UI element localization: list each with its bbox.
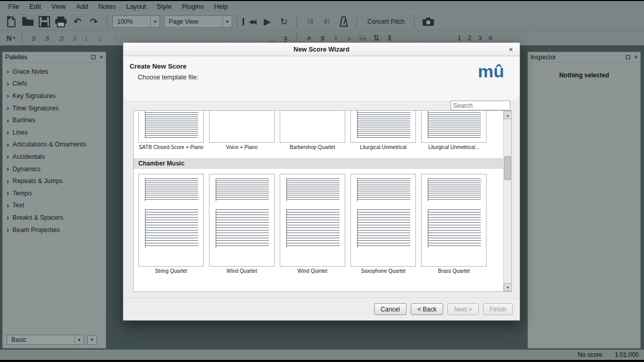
palette-item[interactable]: › Key Signatures xyxy=(3,90,106,102)
palette-item-label: Breaks & Spacers xyxy=(12,214,63,221)
palette-item[interactable]: › Time Signatures xyxy=(3,102,106,114)
palette-item[interactable]: › Articulations & Ornaments xyxy=(3,139,106,151)
palette-item[interactable]: › Accidentals xyxy=(3,151,106,163)
menu-item[interactable]: File xyxy=(3,1,24,12)
view-mode-select[interactable]: Page View ▾ xyxy=(164,15,232,28)
palette-item[interactable]: › Barlines xyxy=(3,114,106,126)
palette-item[interactable]: › Breaks & Spacers xyxy=(3,211,106,224)
palettes-panel: Palettes × › Grace Notes › Clefs › Key S… xyxy=(2,52,106,349)
loop-playback-icon[interactable]: ↻ xyxy=(276,14,292,29)
next-button: Next > xyxy=(447,303,479,315)
palette-item[interactable]: › Dynamics xyxy=(3,163,106,175)
dialog-titlebar[interactable]: New Score Wizard × xyxy=(123,43,520,56)
redo-icon[interactable]: ↷ xyxy=(86,14,102,29)
menu-item[interactable]: View xyxy=(46,1,71,12)
palette-item[interactable]: › Tempo xyxy=(3,187,106,200)
search-input[interactable] xyxy=(450,101,510,110)
note-input-mode-button[interactable]: N ▾ xyxy=(4,32,18,44)
template-label: Barbershop Quartet xyxy=(280,143,345,150)
template-label: Saxophone Quartet xyxy=(350,267,416,274)
chevron-right-icon: › xyxy=(7,117,9,124)
menu-item[interactable]: Style xyxy=(151,1,176,12)
rewind-icon[interactable]: ◀◀ xyxy=(243,18,259,25)
palette-item[interactable]: › Beam Properties xyxy=(3,224,106,236)
template-card[interactable]: Wind Quartet xyxy=(209,174,275,274)
menu-item[interactable]: Layout xyxy=(121,1,151,12)
save-icon[interactable] xyxy=(36,14,53,29)
chevron-down-icon: ▾ xyxy=(13,36,15,40)
image-capture-icon[interactable] xyxy=(420,14,437,29)
chevron-right-icon: › xyxy=(7,104,9,112)
play-repeats-icon[interactable]: ∶‖ xyxy=(302,14,319,29)
menu-item[interactable]: Notes xyxy=(93,1,121,12)
scrollbar-thumb[interactable] xyxy=(504,156,511,180)
note-duration-icon[interactable]: · xyxy=(108,32,122,44)
back-button[interactable]: < Back xyxy=(411,303,443,315)
zoom-select[interactable]: 100% ▾ xyxy=(112,15,160,28)
wizard-heading: Create New Score xyxy=(130,62,187,70)
undo-icon[interactable]: ↶ xyxy=(69,14,86,29)
template-preview xyxy=(210,111,274,142)
inspector-header: Inspector × xyxy=(528,52,640,62)
chevron-right-icon: › xyxy=(7,80,9,88)
scroll-up-icon[interactable]: ▲ xyxy=(504,111,512,119)
new-score-wizard-dialog: New Score Wizard × Create New Score Choo… xyxy=(123,42,520,321)
template-scroll-content: SATB Closed Score + Piano Voice + Piano … xyxy=(134,111,503,291)
template-card[interactable]: Saxophone Quartet xyxy=(350,174,416,274)
note-duration-icon[interactable]: ♫ xyxy=(55,32,68,44)
menu-item[interactable]: Add xyxy=(71,1,93,12)
float-panel-icon[interactable] xyxy=(91,55,95,59)
new-score-icon[interactable] xyxy=(3,14,20,29)
note-duration-icon[interactable]: ♩ xyxy=(95,32,108,44)
close-panel-icon[interactable]: × xyxy=(634,55,638,60)
status-bar: No score 1:01:000 xyxy=(0,350,644,360)
note-duration-icon[interactable]: ♩ xyxy=(82,32,95,44)
open-icon[interactable] xyxy=(20,14,36,29)
metronome-icon[interactable] xyxy=(335,14,352,29)
palette-item-label: Lines xyxy=(12,129,27,136)
template-row-top: SATB Closed Score + Piano Voice + Piano … xyxy=(134,111,503,150)
wizard-subheading: Choose template file: xyxy=(138,74,198,81)
template-card[interactable]: Liturgical Unmetrical xyxy=(350,111,416,150)
template-card[interactable]: SATB Closed Score + Piano xyxy=(138,111,204,150)
note-duration-icon[interactable]: ♬ xyxy=(41,32,55,44)
workspace-select[interactable]: Basic ▾ xyxy=(7,335,84,345)
concert-pitch-button[interactable]: Concert Pitch xyxy=(362,14,410,29)
template-card[interactable]: Wind Quintet xyxy=(280,174,345,274)
cancel-button[interactable]: Cancel xyxy=(374,303,407,315)
scroll-down-icon[interactable]: ▼ xyxy=(504,283,512,291)
note-duration-icon[interactable]: ♪ xyxy=(68,32,82,44)
template-scrollbar[interactable]: ▲ ▼ xyxy=(503,111,511,291)
template-card[interactable]: Brass Quartet xyxy=(421,174,487,274)
template-card[interactable]: Barbershop Quartet xyxy=(280,111,345,150)
chevron-right-icon: › xyxy=(7,165,9,173)
template-label: Brass Quartet xyxy=(421,267,487,274)
template-card[interactable]: Voice + Piano xyxy=(209,111,275,150)
pan-playback-icon[interactable]: ‖∶ xyxy=(319,14,335,29)
template-label: Liturgical Unmetrical... xyxy=(421,143,487,150)
template-label: SATB Closed Score + Piano xyxy=(138,143,204,150)
palette-item[interactable]: › Repeats & Jumps xyxy=(3,175,106,187)
play-icon[interactable]: ▶ xyxy=(259,14,276,29)
note-duration-icon[interactable]: ♬ xyxy=(28,32,41,44)
toolbar-separator xyxy=(22,32,24,44)
chevron-down-icon: ▾ xyxy=(222,16,232,27)
print-icon[interactable] xyxy=(53,14,69,29)
finish-button: Finish xyxy=(483,303,513,315)
close-icon[interactable]: × xyxy=(505,43,517,56)
menu-item[interactable]: Help xyxy=(209,1,233,12)
palette-item-label: Repeats & Jumps xyxy=(12,177,62,185)
palette-item[interactable]: › Lines xyxy=(3,126,106,139)
add-workspace-button[interactable]: + xyxy=(87,335,97,345)
menu-item[interactable]: Edit xyxy=(24,1,46,12)
palette-item[interactable]: › Text xyxy=(3,200,106,212)
close-panel-icon[interactable]: × xyxy=(99,55,103,60)
chevron-right-icon: › xyxy=(7,68,9,75)
palette-item[interactable]: › Grace Notes xyxy=(3,65,106,78)
menu-item[interactable]: Plugins xyxy=(176,1,209,12)
palette-item[interactable]: › Clefs xyxy=(3,78,106,90)
template-card[interactable]: String Quartet xyxy=(138,174,204,274)
float-panel-icon[interactable] xyxy=(626,55,630,59)
template-card[interactable]: Liturgical Unmetrical... xyxy=(421,111,487,150)
workspace-row: Basic ▾ + xyxy=(7,335,97,345)
